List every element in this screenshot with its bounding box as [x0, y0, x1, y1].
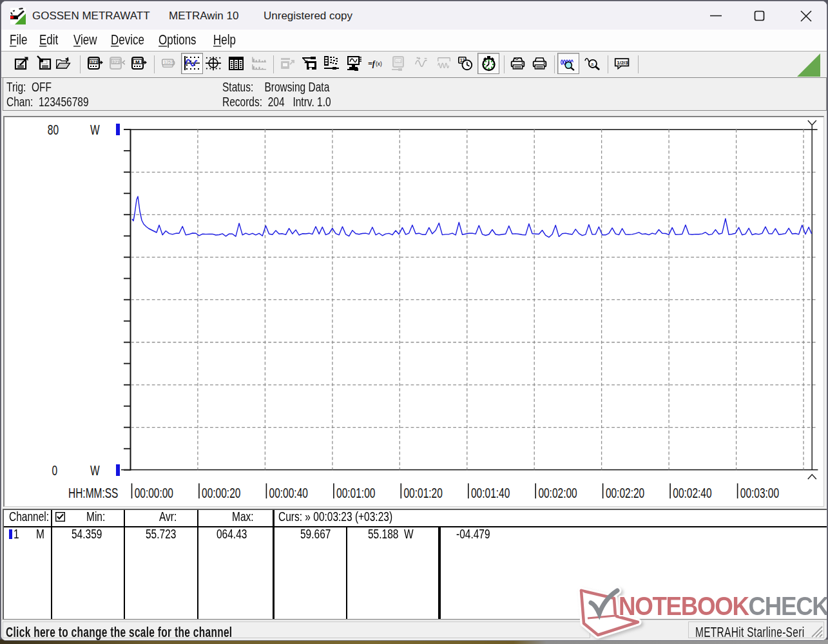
svg-text:W: W: [90, 462, 100, 478]
svg-text:00:02:20: 00:02:20: [606, 485, 644, 500]
svg-text:00:01:20: 00:01:20: [404, 485, 443, 500]
svg-text:HH:MM:SS: HH:MM:SS: [68, 485, 118, 500]
svg-text:00:02:40: 00:02:40: [673, 485, 711, 500]
svg-text:00:00:40: 00:00:40: [269, 485, 308, 500]
svg-text:00:01:00: 00:01:00: [336, 485, 375, 500]
svg-text:00:00:00: 00:00:00: [135, 485, 173, 500]
svg-text:00:00:20: 00:00:20: [202, 485, 240, 500]
svg-text:80: 80: [48, 122, 59, 137]
svg-text:00:02:00: 00:02:00: [538, 485, 577, 500]
svg-text:W: W: [90, 122, 100, 137]
svg-text:0: 0: [52, 462, 57, 478]
svg-text:00:03:00: 00:03:00: [740, 485, 779, 500]
svg-text:00:01:40: 00:01:40: [471, 485, 510, 500]
